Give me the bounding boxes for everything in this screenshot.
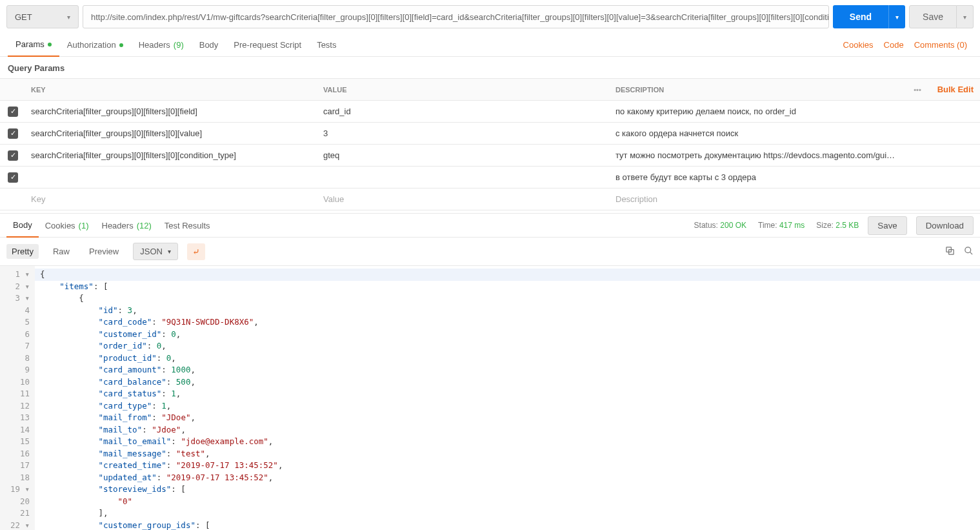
view-preview[interactable]: Preview [84, 244, 124, 259]
param-desc[interactable]: в ответе будут все карты с 3 ордера [610, 172, 903, 182]
param-desc[interactable]: по какому критерию делаем поиск, по orde… [610, 107, 903, 116]
size-label: Size: [816, 221, 834, 230]
wrap-lines-icon[interactable]: ⤶ [187, 243, 205, 260]
save-response-button[interactable]: Save [868, 216, 906, 235]
params-table: Key Value Description ••• Bulk Edit ✓по … [0, 78, 980, 210]
status-value: 200 OK [720, 221, 746, 230]
tab-authorization[interactable]: Authorization [59, 34, 131, 57]
dot-icon [48, 43, 52, 46]
resp-tab-headers[interactable]: Headers (12) [95, 213, 158, 238]
dot-icon [119, 43, 123, 47]
tab-headers[interactable]: Headers (9) [131, 34, 192, 57]
param-key-input[interactable] [31, 150, 313, 160]
tab-tests[interactable]: Tests [309, 34, 344, 57]
col-value-header: Value [318, 86, 610, 94]
time-value: 417 ms [779, 221, 805, 230]
search-icon[interactable] [964, 246, 974, 258]
param-value-input[interactable] [323, 172, 605, 182]
url-input[interactable]: http://site.com/index.php/rest/V1/mw-gif… [83, 5, 829, 28]
param-value-input[interactable] [323, 107, 605, 116]
tab-headers-label: Headers [139, 40, 170, 50]
response-meta: Status: 200 OK Time: 417 ms Size: 2.5 KB [694, 221, 859, 230]
response-tabs: Body Cookies (1) Headers (12) Test Resul… [0, 213, 980, 238]
resp-tab-tests[interactable]: Test Results [158, 213, 217, 238]
request-tabs: Params Authorization Headers (9) Body Pr… [0, 34, 980, 57]
param-checkbox[interactable]: ✓ [8, 150, 18, 161]
save-dropdown-button[interactable]: ▾ [957, 5, 974, 28]
view-pretty[interactable]: Pretty [6, 244, 39, 259]
format-label: JSON [140, 247, 163, 256]
tab-pre-request[interactable]: Pre-request Script [226, 34, 309, 57]
param-row: ✓с какого ордера начнется поиск [0, 123, 980, 145]
url-text: http://site.com/index.php/rest/V1/mw-gif… [91, 12, 829, 22]
format-select[interactable]: JSON ▾ [133, 243, 178, 260]
download-response-button[interactable]: Download [916, 216, 974, 235]
resp-tab-cookies-label: Cookies [45, 221, 75, 230]
param-row-new [0, 189, 980, 210]
time-label: Time: [758, 221, 777, 230]
tab-authorization-label: Authorization [67, 40, 116, 50]
resp-tab-cookies-count: (1) [79, 221, 89, 230]
param-checkbox[interactable]: ✓ [8, 107, 18, 117]
method-label: GET [15, 12, 32, 22]
copy-icon[interactable] [945, 246, 955, 258]
param-row: ✓в ответе будут все карты с 3 ордера [0, 167, 980, 189]
link-comments[interactable]: Comments (0) [909, 40, 972, 50]
resp-tab-cookies[interactable]: Cookies (1) [39, 213, 95, 238]
resp-tab-headers-count: (12) [137, 221, 152, 230]
param-checkbox[interactable]: ✓ [8, 172, 18, 183]
svg-line-3 [970, 252, 972, 254]
caret-down-icon: ▾ [168, 248, 171, 255]
param-row: ✓по какому критерию делаем поиск, по ord… [0, 101, 980, 123]
tab-headers-count: (9) [174, 40, 184, 50]
param-key-input[interactable] [31, 107, 313, 116]
param-value-input-new[interactable] [323, 194, 605, 204]
col-desc-header: Description [610, 86, 903, 94]
param-key-input[interactable] [31, 128, 313, 138]
caret-down-icon: ▾ [67, 14, 70, 21]
link-cookies[interactable]: Cookies [838, 40, 879, 50]
link-code[interactable]: Code [879, 40, 909, 50]
response-body[interactable]: 1 ▾2 ▾3 ▾45678910111213141516171819 ▾202… [0, 266, 980, 530]
send-button[interactable]: Send [833, 5, 888, 28]
resp-tab-headers-label: Headers [102, 221, 134, 230]
method-select[interactable]: GET ▾ [6, 5, 79, 28]
bulk-edit-link[interactable]: Bulk Edit [932, 85, 980, 94]
send-dropdown-button[interactable]: ▾ [888, 5, 905, 28]
tab-params-label: Params [15, 39, 45, 49]
param-checkbox[interactable]: ✓ [8, 128, 18, 139]
view-raw[interactable]: Raw [48, 244, 75, 259]
param-desc-input-new[interactable] [615, 194, 897, 204]
tab-body[interactable]: Body [192, 34, 226, 57]
tab-params[interactable]: Params [8, 34, 59, 57]
resp-tab-body[interactable]: Body [6, 213, 39, 238]
param-key-input-new[interactable] [31, 194, 313, 204]
param-row: ✓тут можно посмотреть документацию https… [0, 145, 980, 167]
status-label: Status: [694, 221, 718, 230]
param-value-input[interactable] [323, 150, 605, 160]
param-desc[interactable]: тут можно посмотреть документацию https:… [610, 150, 903, 160]
param-key-input[interactable] [31, 172, 313, 182]
view-toolbar: Pretty Raw Preview JSON ▾ ⤶ [0, 238, 980, 266]
query-params-title: Query Params [0, 57, 980, 78]
param-value-input[interactable] [323, 128, 605, 138]
param-desc[interactable]: с какого ордера начнется поиск [610, 128, 903, 138]
more-icon[interactable]: ••• [903, 86, 932, 94]
svg-point-2 [965, 247, 971, 252]
col-key-header: Key [26, 86, 318, 94]
size-value: 2.5 KB [835, 221, 859, 230]
save-button[interactable]: Save [909, 5, 957, 28]
